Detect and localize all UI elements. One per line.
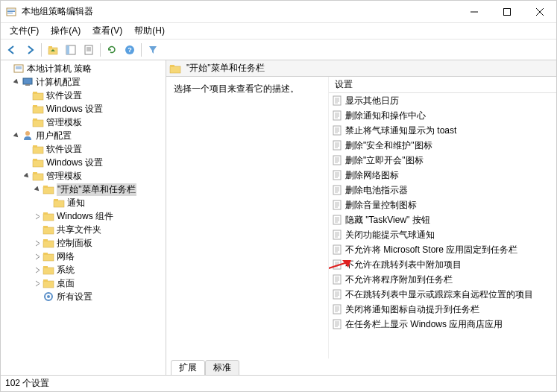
- properties-button[interactable]: [81, 42, 97, 58]
- svg-point-29: [25, 131, 30, 136]
- svg-rect-55: [170, 65, 174, 67]
- tree-user-config[interactable]: 用户配置: [1, 129, 166, 142]
- content-title: "开始"菜单和任务栏: [186, 62, 265, 75]
- svg-rect-26: [33, 105, 37, 107]
- policy-item[interactable]: 删除"立即开会"图标: [329, 153, 556, 168]
- tree-desktop[interactable]: 桌面: [1, 276, 166, 290]
- policy-item[interactable]: 删除音量控制图标: [329, 197, 556, 212]
- filter-button[interactable]: [145, 42, 161, 58]
- svg-rect-96: [333, 215, 341, 224]
- menu-file[interactable]: 文件(F): [4, 23, 45, 39]
- policy-item[interactable]: 显示其他日历: [329, 93, 556, 108]
- policy-item[interactable]: 在任务栏上显示 Windows 应用商店应用: [329, 317, 556, 332]
- expand-icon[interactable]: [32, 265, 43, 275]
- tree-notify[interactable]: 通知: [1, 196, 166, 209]
- svg-rect-31: [33, 145, 37, 148]
- tree-control-panel[interactable]: 控制面板: [1, 236, 166, 250]
- svg-rect-86: [333, 186, 341, 195]
- collapse-icon[interactable]: [32, 184, 43, 195]
- policy-item[interactable]: 删除电池指示器: [329, 183, 556, 197]
- refresh-button[interactable]: [104, 42, 120, 58]
- tree-system[interactable]: 系统: [1, 263, 166, 276]
- svg-rect-34: [33, 174, 43, 180]
- svg-rect-126: [333, 305, 341, 314]
- back-button[interactable]: [4, 42, 20, 58]
- policy-item[interactable]: 不在跳转列表中显示或跟踪来自远程位置的项目: [329, 287, 556, 302]
- folder-icon: [53, 197, 65, 209]
- tree-admin-templates[interactable]: 管理模板: [1, 116, 166, 129]
- settings-list[interactable]: 显示其他日历删除通知和操作中心禁止将气球通知显示为 toast删除"安全和维护"…: [329, 93, 556, 358]
- forward-button[interactable]: [22, 42, 38, 58]
- policy-item[interactable]: 不允许在跳转列表中附加项目: [329, 257, 556, 272]
- column-header-settings[interactable]: 设置: [329, 77, 556, 93]
- svg-rect-25: [33, 107, 43, 113]
- svg-rect-81: [333, 171, 341, 180]
- policy-item[interactable]: 删除"安全和维护"图标: [329, 138, 556, 153]
- tree-computer-config[interactable]: 计算机配置: [1, 75, 166, 89]
- minimize-button[interactable]: [458, 1, 491, 23]
- menu-help[interactable]: 帮助(H): [128, 23, 171, 39]
- tree-admin-templates[interactable]: 管理模板: [1, 169, 166, 183]
- menu-action[interactable]: 操作(A): [45, 23, 86, 39]
- folder-icon: [169, 63, 181, 75]
- show-hide-tree-button[interactable]: [63, 42, 79, 58]
- titlebar: 本地组策略编辑器: [1, 1, 556, 23]
- tab-standard[interactable]: 标准: [205, 360, 239, 375]
- close-button[interactable]: [523, 1, 556, 23]
- policy-item[interactable]: 删除网络图标: [329, 168, 556, 183]
- collapse-icon[interactable]: [11, 77, 22, 87]
- policy-label: 删除"安全和维护"图标: [345, 139, 432, 152]
- tree-network[interactable]: 网络: [1, 250, 166, 263]
- user-icon: [22, 130, 34, 142]
- tree-software[interactable]: 软件设置: [1, 142, 166, 156]
- tree-label: Windows 设置: [46, 103, 103, 116]
- tree-windows-components[interactable]: Windows 组件: [1, 209, 166, 223]
- folder-icon: [32, 170, 44, 182]
- svg-rect-3: [7, 13, 13, 13]
- tree-root[interactable]: 本地计算机 策略: [1, 62, 166, 75]
- up-button[interactable]: [45, 42, 61, 58]
- expand-icon[interactable]: [32, 238, 43, 248]
- svg-rect-76: [333, 156, 341, 165]
- tree-label: Windows 设置: [46, 157, 103, 169]
- maximize-button[interactable]: [491, 1, 523, 23]
- policy-item[interactable]: 不允许将程序附加到任务栏: [329, 272, 556, 287]
- tree-all-settings[interactable]: 所有设置: [1, 290, 166, 303]
- svg-rect-45: [43, 239, 48, 241]
- policy-label: 删除音量控制图标: [345, 199, 417, 212]
- collapse-icon[interactable]: [11, 130, 22, 141]
- expand-icon[interactable]: [32, 251, 43, 262]
- svg-point-53: [47, 295, 50, 298]
- policy-label: 禁止将气球通知显示为 toast: [345, 124, 456, 137]
- svg-rect-54: [170, 66, 180, 73]
- tab-extended[interactable]: 扩展: [171, 360, 205, 375]
- tree-label: 控制面板: [57, 237, 92, 250]
- svg-rect-51: [43, 279, 48, 282]
- tree-label: 软件设置: [46, 89, 82, 102]
- tree-panel[interactable]: 本地计算机 策略 计算机配置 软件设置 Windows 设置 管理模板 用户配置…: [1, 60, 166, 375]
- svg-rect-32: [33, 160, 43, 167]
- policy-item[interactable]: 禁止将气球通知显示为 toast: [329, 123, 556, 138]
- policy-item[interactable]: 不允许将 Microsoft Store 应用固定到任务栏: [329, 242, 556, 257]
- expand-icon[interactable]: [32, 278, 43, 288]
- policy-item[interactable]: 隐藏 "TaskView" 按钮: [329, 212, 556, 227]
- policy-item[interactable]: 关闭功能提示气球通知: [329, 227, 556, 242]
- svg-rect-44: [43, 241, 54, 247]
- tree-windows-settings[interactable]: Windows 设置: [1, 156, 166, 169]
- policy-label: 关闭功能提示气球通知: [345, 229, 435, 241]
- expand-icon[interactable]: [32, 211, 43, 221]
- policy-item[interactable]: 关闭将通知图标自动提升到任务栏: [329, 302, 556, 317]
- tree-shared-folders[interactable]: 共享文件夹: [1, 223, 166, 236]
- tree-windows-settings[interactable]: Windows 设置: [1, 102, 166, 116]
- separator: [141, 43, 142, 57]
- menu-view[interactable]: 查看(V): [86, 23, 128, 39]
- svg-rect-37: [43, 186, 48, 188]
- help-button[interactable]: ?: [122, 42, 138, 58]
- svg-rect-21: [23, 78, 32, 84]
- tree-label: 网络: [57, 250, 75, 263]
- tree-software[interactable]: 软件设置: [1, 89, 166, 102]
- tree-start-menu[interactable]: "开始"菜单和任务栏: [1, 183, 166, 196]
- collapse-icon[interactable]: [22, 171, 32, 181]
- policy-item[interactable]: 删除通知和操作中心: [329, 108, 556, 123]
- svg-rect-121: [333, 290, 341, 299]
